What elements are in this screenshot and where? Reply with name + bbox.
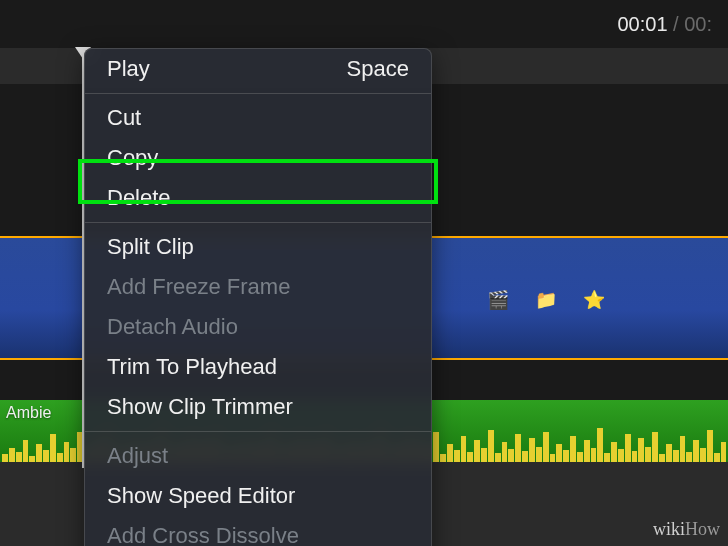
menu-label: Split Clip xyxy=(107,234,194,260)
menu-item-show-clip-trimmer[interactable]: Show Clip Trimmer xyxy=(85,387,431,427)
menu-item-adjust: Adjust xyxy=(85,436,431,476)
wave-bar xyxy=(502,442,508,462)
wave-bar xyxy=(563,450,569,462)
wave-bar xyxy=(550,454,556,462)
wave-bar xyxy=(577,452,583,462)
wave-bar xyxy=(686,452,692,462)
wave-bar xyxy=(625,434,631,462)
menu-label: Trim To Playhead xyxy=(107,354,277,380)
wave-bar xyxy=(543,432,549,462)
menu-item-play[interactable]: Play Space xyxy=(85,49,431,89)
menu-item-detach-audio: Detach Audio xyxy=(85,307,431,347)
wave-bar xyxy=(597,428,603,462)
folder-icon: 📁 xyxy=(532,286,560,314)
wave-bar xyxy=(43,450,49,462)
wave-bar xyxy=(515,434,521,462)
menu-label: Show Speed Editor xyxy=(107,483,295,509)
wave-bar xyxy=(714,453,720,462)
wave-bar xyxy=(700,448,706,462)
timecode-display: 00:01 / 00: xyxy=(617,13,712,36)
wave-bar xyxy=(666,444,672,462)
menu-item-delete[interactable]: Delete xyxy=(85,178,431,218)
wave-bar xyxy=(693,440,699,462)
wave-bar xyxy=(570,436,576,462)
wave-bar xyxy=(618,449,624,462)
wave-bar xyxy=(680,436,686,462)
wave-bar xyxy=(481,448,487,462)
wave-bar xyxy=(454,450,460,462)
wave-bar xyxy=(433,432,439,462)
timecode-total: 00: xyxy=(684,13,712,35)
wave-bar xyxy=(440,454,446,462)
wave-bar xyxy=(447,444,453,462)
menu-item-split-clip[interactable]: Split Clip xyxy=(85,227,431,267)
menu-item-cut[interactable]: Cut xyxy=(85,98,431,138)
wave-bar xyxy=(673,450,679,462)
wave-bar xyxy=(556,444,562,462)
wave-bar xyxy=(16,452,22,462)
menu-label: Adjust xyxy=(107,443,168,469)
wave-bar xyxy=(36,444,42,462)
wave-bar xyxy=(461,436,467,462)
clip-thumbnail-icons: 🎬 📁 ⭐ xyxy=(484,286,608,314)
wave-bar xyxy=(645,447,651,462)
wave-bar xyxy=(591,448,597,462)
timecode-current: 00:01 xyxy=(617,13,667,35)
watermark-how: How xyxy=(685,519,720,539)
wave-bar xyxy=(57,453,63,462)
wave-bar xyxy=(474,440,480,462)
menu-item-show-speed-editor[interactable]: Show Speed Editor xyxy=(85,476,431,516)
wave-bar xyxy=(488,430,494,462)
menu-label: Show Clip Trimmer xyxy=(107,394,293,420)
wave-bar xyxy=(50,434,56,462)
menu-separator xyxy=(85,431,431,432)
wave-bar xyxy=(2,454,8,462)
menu-label: Copy xyxy=(107,145,158,171)
wave-bar xyxy=(522,451,528,462)
watermark: wikiHow xyxy=(653,519,720,540)
menu-separator xyxy=(85,93,431,94)
menu-separator xyxy=(85,222,431,223)
watermark-wiki: wiki xyxy=(653,519,685,539)
wave-bar xyxy=(70,448,76,462)
menu-label: Cut xyxy=(107,105,141,131)
menu-item-add-freeze-frame: Add Freeze Frame xyxy=(85,267,431,307)
star-icon: ⭐ xyxy=(580,286,608,314)
wave-bar xyxy=(23,440,29,462)
menu-item-copy[interactable]: Copy xyxy=(85,138,431,178)
menu-label: Delete xyxy=(107,185,171,211)
wave-bar xyxy=(508,449,514,462)
menu-shortcut: Space xyxy=(347,56,409,82)
wave-bar xyxy=(707,430,713,462)
wave-bar xyxy=(611,442,617,462)
menu-label: Detach Audio xyxy=(107,314,238,340)
menu-label: Add Cross Dissolve xyxy=(107,523,299,546)
audio-clip-label: Ambie xyxy=(6,404,51,422)
wave-bar xyxy=(9,448,15,462)
wave-bar xyxy=(638,438,644,462)
menu-item-trim-to-playhead[interactable]: Trim To Playhead xyxy=(85,347,431,387)
wave-bar xyxy=(64,442,70,462)
wave-bar xyxy=(604,453,610,462)
wave-bar xyxy=(495,453,501,462)
wave-bar xyxy=(659,454,665,462)
wave-bar xyxy=(529,438,535,462)
wave-bar xyxy=(632,451,638,462)
clapper-icon: 🎬 xyxy=(484,286,512,314)
toolbar: 00:01 / 00: xyxy=(0,0,728,48)
menu-item-add-cross-dissolve: Add Cross Dissolve xyxy=(85,516,431,546)
timecode-sep: / xyxy=(668,13,685,35)
wave-bar xyxy=(584,440,590,462)
menu-label: Add Freeze Frame xyxy=(107,274,290,300)
context-menu: Play Space Cut Copy Delete Split Clip Ad… xyxy=(84,48,432,546)
wave-bar xyxy=(652,432,658,462)
wave-bar xyxy=(536,447,542,462)
menu-label: Play xyxy=(107,56,150,82)
wave-bar xyxy=(467,452,473,462)
wave-bar xyxy=(721,442,727,462)
